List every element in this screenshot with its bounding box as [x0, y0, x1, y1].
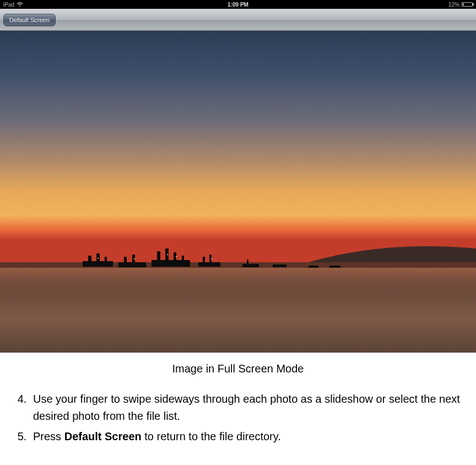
svg-point-32: [176, 256, 177, 257]
svg-rect-16: [152, 260, 190, 267]
instruction-step-5: Press Default Screen to return to the fi…: [30, 428, 469, 445]
svg-rect-27: [309, 266, 318, 268]
instruction-step-4: Use your finger to swipe sideways throug…: [30, 391, 469, 425]
svg-rect-23: [209, 255, 212, 262]
instruction-list: Use your finger to swipe sideways throug…: [7, 391, 469, 445]
default-screen-button[interactable]: Default Screen: [3, 14, 56, 26]
svg-rect-0: [0, 31, 476, 268]
sunset-photo: [0, 31, 476, 353]
step4-text: Use your finger to swipe sideways throug…: [33, 393, 460, 422]
ipad-screenshot: iPad 1:09 PM 12% Default Screen: [0, 0, 476, 353]
photo-viewport[interactable]: [0, 31, 476, 353]
svg-rect-28: [329, 266, 340, 268]
svg-point-30: [134, 258, 135, 259]
svg-rect-15: [132, 255, 135, 262]
status-left: iPad: [3, 2, 23, 8]
step5-suffix: to return to the file directory.: [142, 430, 281, 442]
svg-rect-17: [157, 251, 160, 260]
svg-rect-24: [242, 264, 259, 267]
svg-rect-10: [88, 256, 91, 261]
svg-rect-11: [96, 253, 100, 261]
document-content: Image in Full Screen Mode Use your finge…: [0, 353, 476, 454]
svg-rect-14: [124, 257, 127, 262]
svg-rect-26: [273, 264, 286, 267]
svg-rect-21: [198, 262, 220, 267]
svg-rect-12: [105, 257, 107, 261]
svg-point-29: [98, 258, 99, 259]
svg-point-31: [167, 254, 168, 255]
status-bar: iPad 1:09 PM 12%: [0, 0, 476, 9]
svg-rect-13: [118, 262, 146, 267]
status-time: 1:09 PM: [228, 2, 248, 8]
step5-prefix: Press: [33, 430, 64, 442]
image-caption: Image in Full Screen Mode: [7, 363, 469, 375]
step5-bold: Default Screen: [64, 430, 142, 442]
status-right: 12%: [448, 2, 473, 8]
svg-rect-20: [182, 256, 184, 260]
battery-icon: [462, 2, 473, 7]
svg-rect-19: [174, 252, 176, 260]
svg-rect-9: [83, 261, 113, 267]
battery-percent: 12%: [448, 2, 459, 8]
wifi-icon: [17, 2, 23, 7]
svg-point-33: [211, 258, 212, 259]
svg-rect-22: [203, 257, 205, 262]
svg-rect-25: [247, 259, 248, 264]
svg-rect-18: [165, 248, 169, 260]
device-label: iPad: [3, 2, 14, 8]
toolbar: Default Screen: [0, 9, 476, 31]
svg-rect-3: [0, 268, 476, 301]
